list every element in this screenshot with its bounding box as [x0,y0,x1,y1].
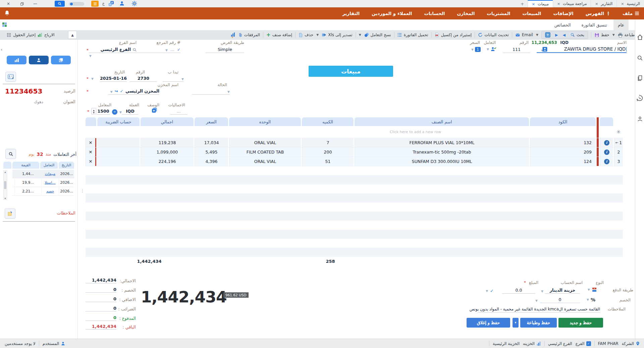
customer-card-button[interactable] [542,47,548,52]
customer-name-input[interactable]: ZAWITA DRUG STORE / IQD [537,46,627,53]
cell-price[interactable]: 4,396 [195,157,228,166]
cell-total[interactable]: 119,238 [141,138,194,147]
column-price[interactable]: السعر [195,117,228,126]
date-input[interactable]: 2025-01-16 [100,75,127,82]
rail-search-button[interactable] [636,54,643,61]
transactions-scrollbar[interactable]: ▲ ▼ [3,170,7,200]
edit-contact-button[interactable] [5,72,16,82]
delete-button[interactable]: حذف [299,33,313,37]
method-dropdown-icon[interactable]: ▼ [588,288,590,291]
amount-input[interactable]: 0.0 [502,287,535,294]
currency-input[interactable]: IQD [122,108,138,115]
delete-row-icon[interactable]: ✕ [86,138,96,147]
tab-close-icon[interactable]: × [621,2,624,6]
scroll-thumb[interactable] [4,181,6,189]
branch-input[interactable]: الفرع الرئيسي [89,46,137,53]
import-excel-button[interactable]: إستيراد من إكسيل [435,33,472,37]
add-row-hint-row[interactable]: ✳ Click here to add a new row [86,126,623,138]
totals-chart-button[interactable] [230,32,235,38]
ellipsis-button[interactable]: ... [170,47,174,52]
tab-reports[interactable]: التقارير × [591,0,616,7]
account-dropdown-icon[interactable]: ▼ [541,290,543,293]
contacts-button[interactable] [636,115,643,122]
add-item-button[interactable]: إضافة صنف + [266,32,292,38]
account-input[interactable]: خزينة الدينار [545,287,580,294]
menu-item-accounts[interactable]: الحسابات [424,11,445,16]
transactions-search-button[interactable] [5,149,16,159]
discount-unit-selector[interactable]: % ▼ [587,297,595,302]
documents-button[interactable] [636,74,643,81]
tab-general[interactable]: عام [613,19,629,30]
price-dropdown-icon[interactable]: ▼ [471,48,474,51]
cell-code[interactable]: 132 [530,138,596,147]
window-minimize-button[interactable]: — [31,0,40,7]
export-xls-button[interactable]: تصدير إلى Xls [322,33,352,37]
description-button[interactable] [152,107,157,113]
discount-input[interactable]: 0 [540,296,580,303]
starts-dropdown-icon[interactable]: ▼ [181,77,184,81]
user-account-button[interactable] [119,1,125,6]
cell-total[interactable]: 224,196 [141,157,194,166]
refresh-data-button[interactable]: تحديث البيانات [478,33,509,37]
new-tab-button[interactable]: + [517,0,528,7]
status-branch[interactable]: ✓ الفرع [576,341,591,346]
totals-button[interactable]: ... [170,108,187,115]
confirm-dropdown-icon[interactable]: ▼ [486,289,488,293]
date-dropdown-icon[interactable]: ▼ [91,77,94,80]
column-qty[interactable]: الكميه [302,117,354,126]
menu-list-button[interactable] [91,1,99,7]
email-button[interactable]: Email [515,33,533,37]
add-row-hint[interactable]: Click here to add a new row [302,126,529,138]
load-invoice-button[interactable]: تحميل الفاتورة [397,33,428,37]
table-row[interactable]: ←1 i 132 FERROFAM PLUS VIAL 10*10ML 7 OR… [86,138,623,148]
column-tax[interactable]: حساب الضريبة [97,117,140,126]
toolbar-collapse-button[interactable]: ▲ [68,31,77,39]
copy-dropdown-icon[interactable]: ▼ [359,33,361,37]
whatsapp-button[interactable] [636,95,643,102]
tab-close-icon[interactable]: × [532,2,535,6]
cell-price[interactable]: 17,034 [195,138,228,147]
tx-type-link[interactable]: مبيعات [45,172,56,176]
menu-item-customers-suppliers[interactable]: العملاء و الموردين [372,11,412,16]
export-dropdown-icon[interactable]: ▼ [316,33,319,37]
dealing-selector[interactable]: ▼ [487,47,496,52]
column-type[interactable]: التعامل [40,162,58,169]
save-options-dropdown[interactable]: ▼ [513,318,519,328]
reference-dropdown-icon[interactable]: ▼ [165,49,168,52]
quick-search-button[interactable] [55,1,65,7]
prev-record-icon[interactable]: ▶ [555,33,558,37]
cell-qty[interactable]: 7 [302,138,354,147]
status-treasury[interactable]: الخزينه [523,341,541,346]
settings-button[interactable] [131,1,137,6]
scroll-up-icon[interactable]: ▲ [4,171,6,173]
price-type-selector[interactable]: 1 ▼ [471,47,481,52]
menu-item-reports[interactable]: التقارير [342,11,360,16]
email-dropdown-icon[interactable]: ▼ [536,33,538,37]
language-indicator[interactable]: ع [102,1,105,6]
cell-qty[interactable]: 51 [302,157,354,166]
copy-transaction-button[interactable]: نسخ التعامل [364,33,391,37]
print-button[interactable]: طباعة [618,33,635,38]
cell-tax[interactable] [97,138,140,147]
tab-close-icon[interactable]: × [595,2,598,6]
cell-code[interactable]: 209 [530,148,596,157]
cell-price[interactable]: 5,495 [195,148,228,157]
theme-toggle[interactable] [69,2,84,6]
cell-tax[interactable] [97,148,140,157]
transaction-row[interactable]: 2026... مبيعات 1,44... [12,170,74,178]
scroll-down-icon[interactable]: ▼ [4,197,6,199]
discount-dropdown-icon[interactable]: ▼ [535,299,538,302]
window-restore-button[interactable] [17,0,26,7]
cell-unit[interactable]: FILM COATED TAB [229,148,301,157]
cell-unit[interactable]: ORAL VIAL [229,138,301,147]
save-and-new-button[interactable]: حفظ و جديد [558,318,603,328]
save-and-close-button[interactable]: حفظ و إغلاق [467,318,510,328]
number-input[interactable]: 111 [503,46,530,53]
tab-properties[interactable]: الخصائص [550,19,575,30]
payment-notes-input[interactable]: القائمة حسب تسعيرة الkmca الجديدة القائم… [478,306,600,312]
home-button[interactable] [636,34,643,41]
cell-name[interactable]: SUNFAM D3 300.000IU 10ML [355,157,529,166]
customer-stats-button[interactable] [7,56,26,64]
column-value[interactable]: القيمة [12,162,39,169]
factor-input[interactable]: 1500 [97,108,110,115]
